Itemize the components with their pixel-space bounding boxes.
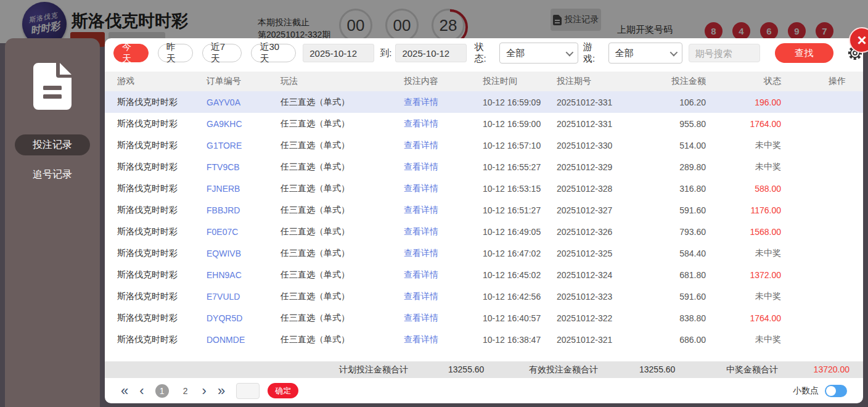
quick-filter-button[interactable]: 近7天 — [202, 44, 242, 62]
search-button[interactable]: 查找 — [775, 43, 833, 63]
table-row: 斯洛伐克时时彩F0E07C任三直选（单式）查看详情10-12 16:49:052… — [105, 221, 863, 242]
page-button[interactable]: 2 — [179, 384, 192, 398]
cell-bet-content: 查看详情 — [404, 162, 483, 173]
next-page-button[interactable]: › — [202, 384, 207, 398]
order-code-link[interactable]: GA9KHC — [207, 119, 280, 129]
column-header: 游戏 — [117, 76, 207, 87]
cell-game: 斯洛伐克时时彩 — [117, 162, 207, 173]
view-details-link[interactable]: 查看详情 — [404, 248, 438, 258]
order-code-link[interactable]: FJNERB — [207, 184, 280, 194]
cell-bet-time: 10-12 16:55:27 — [483, 162, 557, 172]
view-details-link[interactable]: 查看详情 — [404, 291, 438, 301]
quick-filter-button[interactable]: 近30天 — [251, 44, 296, 62]
order-code-link[interactable]: DONMDE — [207, 335, 280, 345]
quick-filter-button[interactable]: 昨天 — [158, 44, 193, 62]
cell-game: 斯洛伐克时时彩 — [117, 269, 207, 281]
quick-filter-button[interactable]: 今天 — [113, 44, 149, 62]
cell-bet-content: 查看详情 — [404, 97, 483, 108]
win-total-label: 中奖金额合计 — [726, 364, 778, 376]
view-details-link[interactable]: 查看详情 — [404, 205, 438, 215]
cell-bet-time: 10-12 16:57:10 — [483, 141, 557, 150]
cell-bet-content: 查看详情 — [404, 140, 483, 151]
order-code-link[interactable]: G1TORE — [207, 141, 280, 150]
cell-status: 1568.00 — [706, 227, 781, 237]
cell-bet-time: 10-12 16:40:57 — [483, 313, 557, 323]
quick-date-filters: 今天昨天近7天近30天 — [113, 44, 305, 62]
cell-game: 斯洛伐克时时彩 — [117, 183, 207, 194]
cell-play-type: 任三直选（单式） — [280, 205, 404, 216]
cell-bet-amount: 793.60 — [649, 227, 706, 237]
status-select[interactable]: 全部 — [499, 43, 578, 64]
cell-play-type: 任三直选（单式） — [280, 97, 404, 108]
summary-bar: 计划投注金额合计 13255.60 有效投注金额合计 13255.60 中奖金额… — [105, 361, 863, 378]
column-header: 玩法 — [280, 76, 404, 87]
order-code-link[interactable]: DYQR5D — [207, 313, 280, 323]
cell-play-type: 任三直选（单式） — [280, 313, 404, 324]
decimal-toggle-switch[interactable] — [825, 385, 847, 397]
cell-game: 斯洛伐克时时彩 — [117, 334, 207, 345]
order-code-link[interactable]: E7VULD — [207, 292, 280, 302]
cell-bet-time: 10-12 16:42:56 — [483, 292, 557, 302]
sidebar-item-bet-records[interactable]: 投注记录 — [15, 134, 90, 155]
cell-bet-amount: 591.60 — [649, 205, 706, 215]
order-code-link[interactable]: EQWIVB — [207, 249, 280, 258]
page-jump-input[interactable] — [236, 383, 260, 399]
column-header: 投注期号 — [557, 76, 649, 87]
view-details-link[interactable]: 查看详情 — [404, 226, 438, 236]
game-select[interactable]: 全部 — [608, 43, 682, 64]
view-details-link[interactable]: 查看详情 — [404, 269, 438, 279]
view-details-link[interactable]: 查看详情 — [404, 334, 438, 344]
order-code-link[interactable]: FBBJRD — [207, 205, 280, 215]
first-page-button[interactable]: « — [121, 384, 128, 398]
order-code-link[interactable]: GAYV0A — [207, 97, 280, 107]
prev-page-button[interactable]: ‹ — [139, 384, 144, 398]
cell-bet-period: 20251012-321 — [557, 335, 649, 345]
view-details-link[interactable]: 查看详情 — [404, 118, 438, 128]
view-details-link[interactable]: 查看详情 — [404, 97, 438, 107]
cell-bet-period: 20251012-326 — [557, 227, 649, 237]
cell-play-type: 任三直选（单式） — [280, 140, 404, 151]
order-code-link[interactable]: F0E07C — [207, 227, 280, 237]
order-code-link[interactable]: EHN9AC — [207, 270, 280, 280]
date-to-input[interactable] — [395, 44, 467, 62]
cell-play-type: 任三直选（单式） — [280, 248, 404, 259]
cell-play-type: 任三直选（单式） — [280, 183, 404, 194]
order-code-link[interactable]: FTV9CB — [207, 162, 280, 172]
cell-bet-content: 查看详情 — [404, 205, 483, 216]
chevron-down-icon — [669, 48, 678, 56]
cell-bet-content: 查看详情 — [404, 269, 483, 281]
cell-status: 1372.00 — [706, 270, 781, 280]
table-row: 斯洛伐克时时彩FTV9CB任三直选（单式）查看详情10-12 16:55:272… — [105, 156, 863, 178]
cell-bet-period: 20251012-331 — [557, 119, 649, 129]
table-row: 斯洛伐克时时彩FBBJRD任三直选（单式）查看详情10-12 16:51:272… — [105, 199, 863, 221]
column-header: 投注内容 — [404, 76, 483, 87]
view-details-link[interactable]: 查看详情 — [404, 313, 438, 323]
screen: 斯洛伐克 时时彩 斯洛伐克时时彩 本期投注截止 第20251012-332期 0… — [0, 0, 868, 407]
cell-bet-amount: 316.80 — [649, 184, 706, 194]
sidebar-item-chase-records[interactable]: 追号记录 — [15, 164, 90, 185]
valid-total-value: 13255.60 — [639, 364, 675, 374]
cell-bet-time: 10-12 16:59:00 — [483, 119, 557, 129]
date-from-input[interactable] — [303, 44, 374, 62]
view-details-link[interactable]: 查看详情 — [404, 162, 438, 171]
cell-bet-period: 20251012-327 — [557, 205, 649, 215]
period-search-input[interactable] — [689, 44, 760, 62]
view-details-link[interactable]: 查看详情 — [404, 183, 438, 193]
page-jump-confirm-button[interactable]: 确定 — [268, 383, 298, 398]
cell-bet-period: 20251012-322 — [557, 313, 649, 323]
sidebar-menu: 投注记录追号记录 — [5, 126, 100, 185]
cell-bet-content: 查看详情 — [404, 226, 483, 237]
cell-play-type: 任三直选（单式） — [280, 269, 404, 281]
last-page-button[interactable]: » — [218, 384, 225, 398]
view-details-link[interactable]: 查看详情 — [404, 140, 438, 150]
cell-status: 1764.00 — [706, 313, 781, 323]
page-button[interactable]: 1 — [155, 384, 169, 398]
cell-bet-period: 20251012-328 — [557, 184, 649, 194]
cell-bet-content: 查看详情 — [404, 248, 483, 259]
cell-play-type: 任三直选（单式） — [280, 291, 404, 302]
document-icon-large — [33, 63, 72, 110]
cell-bet-amount: 838.80 — [649, 313, 706, 323]
cell-bet-period: 20251012-331 — [557, 97, 649, 107]
cell-bet-amount: 686.00 — [649, 335, 706, 345]
table-row: 斯洛伐克时时彩GA9KHC任三直选（单式）查看详情10-12 16:59:002… — [105, 113, 863, 134]
